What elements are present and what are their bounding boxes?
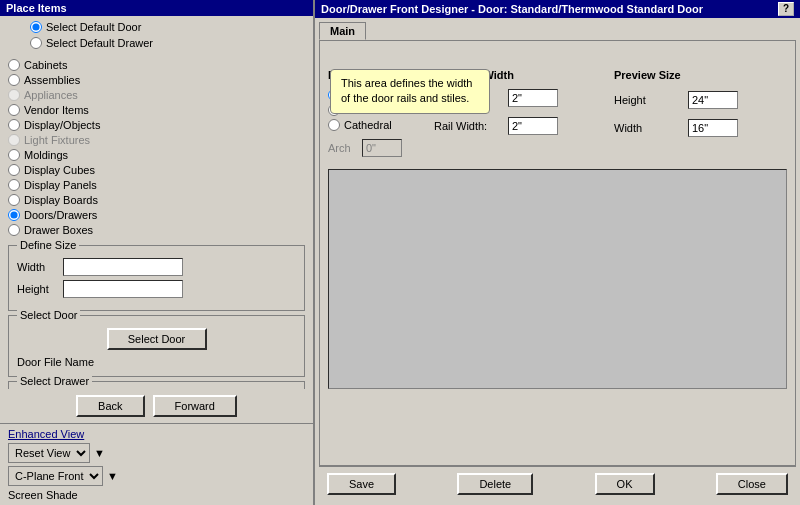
ok-button[interactable]: OK (595, 473, 655, 495)
select-default-drawer-radio[interactable] (30, 37, 42, 49)
right-title-bar: Door/Drawer Front Designer - Door: Stand… (315, 0, 800, 18)
right-panel: Door/Drawer Front Designer - Door: Stand… (315, 0, 800, 505)
define-size-group: Define Size Width Height (8, 245, 305, 311)
moldings-label: Moldings (24, 149, 68, 161)
height-row: Height (17, 280, 296, 298)
rail-width-input[interactable] (508, 117, 558, 135)
select-default-drawer-label: Select Default Drawer (46, 37, 153, 49)
preview-size-title: Preview Size (614, 69, 738, 81)
height-label: Height (17, 283, 57, 295)
cplane-arrow-icon: ▼ (107, 470, 118, 482)
display-objects-radio[interactable] (8, 119, 20, 131)
select-door-button[interactable]: Select Door (107, 328, 207, 350)
appliances-label: Appliances (24, 89, 78, 101)
item-assemblies: Assemblies (8, 73, 305, 87)
cabinets-radio[interactable] (8, 59, 20, 71)
back-button[interactable]: Back (76, 395, 144, 417)
rail-width-label: Rail Width: (434, 120, 504, 132)
display-panels-radio[interactable] (8, 179, 20, 191)
define-size-title: Define Size (17, 239, 79, 251)
moldings-radio[interactable] (8, 149, 20, 161)
form-area: This area defines the width of the door … (319, 40, 796, 466)
door-file-name-label: Door File Name (17, 356, 296, 368)
tabs-row: Main (319, 22, 796, 40)
preview-size-col: Preview Size Height Width (614, 69, 738, 157)
cplane-dropdown[interactable]: C-Plane Front (8, 466, 103, 486)
screen-shade-label: Screen Shade (8, 489, 305, 501)
enhanced-view-link[interactable]: Enhanced View (8, 428, 305, 440)
doors-drawers-label: Doors/Drawers (24, 209, 97, 221)
select-default-door-radio[interactable] (30, 21, 42, 33)
right-content: Main This area defines the width of the … (315, 18, 800, 505)
tooltip-box: This area defines the width of the door … (330, 69, 490, 114)
select-default-drawer-item: Select Default Drawer (30, 36, 305, 50)
item-light-fixtures: Light Fixtures (8, 133, 305, 147)
preview-area (328, 169, 787, 389)
select-drawer-title: Select Drawer (17, 375, 92, 387)
arch-input[interactable] (362, 139, 402, 157)
door-type-cathedral-item: Cathedral (328, 119, 402, 131)
preview-height-label: Height (614, 94, 684, 106)
item-moldings: Moldings (8, 148, 305, 162)
item-vendor-items: Vendor Items (8, 103, 305, 117)
item-display-cubes: Display Cubes (8, 163, 305, 177)
drawer-boxes-label: Drawer Boxes (24, 224, 93, 236)
display-cubes-label: Display Cubes (24, 164, 95, 176)
tab-main[interactable]: Main (319, 22, 366, 40)
width-input[interactable] (63, 258, 183, 276)
drawer-boxes-radio[interactable] (8, 224, 20, 236)
light-fixtures-radio (8, 134, 20, 146)
doors-drawers-radio[interactable] (8, 209, 20, 221)
select-drawer-group: Select Drawer Select Drawer Drawer File … (8, 381, 305, 389)
item-display-boards: Display Boards (8, 193, 305, 207)
left-panel-title: Place Items (0, 0, 313, 16)
item-display-objects: Display/Objects (8, 118, 305, 132)
select-default-door-item: Select Default Door (30, 20, 305, 34)
display-boards-label: Display Boards (24, 194, 98, 206)
door-type-cathedral-label: Cathedral (344, 119, 392, 131)
preview-height-input[interactable] (688, 91, 738, 109)
default-selectors: Select Default Door Select Default Drawe… (0, 16, 313, 54)
select-door-title: Select Door (17, 309, 80, 321)
help-button[interactable]: ? (778, 2, 794, 16)
bottom-area: Enhanced View Reset View ▼ C-Plane Front… (0, 423, 313, 505)
display-boards-radio[interactable] (8, 194, 20, 206)
bottom-nav-buttons: Back Forward (0, 389, 313, 423)
assemblies-radio[interactable] (8, 74, 20, 86)
action-buttons: Save Delete OK Close (319, 466, 796, 501)
display-panels-label: Display Panels (24, 179, 97, 191)
display-objects-label: Display/Objects (24, 119, 100, 131)
item-appliances: Appliances (8, 88, 305, 102)
appliances-radio (8, 89, 20, 101)
reset-view-row: Reset View ▼ (8, 443, 305, 463)
light-fixtures-label: Light Fixtures (24, 134, 90, 146)
save-button[interactable]: Save (327, 473, 396, 495)
rail-width-row: Rail Width: (434, 117, 558, 135)
left-panel: Place Items Select Default Door Select D… (0, 0, 315, 505)
arch-label: Arch (328, 142, 358, 154)
delete-button[interactable]: Delete (457, 473, 533, 495)
vendor-items-radio[interactable] (8, 104, 20, 116)
item-doors-drawers: Doors/Drawers (8, 208, 305, 222)
place-items-list: Cabinets Assemblies Appliances Vendor It… (0, 54, 313, 241)
display-cubes-radio[interactable] (8, 164, 20, 176)
door-type-cathedral-radio[interactable] (328, 119, 340, 131)
stile-width-input[interactable] (508, 89, 558, 107)
cabinets-label: Cabinets (24, 59, 67, 71)
close-button[interactable]: Close (716, 473, 788, 495)
vendor-items-label: Vendor Items (24, 104, 89, 116)
arch-row: Arch (328, 139, 402, 157)
item-cabinets: Cabinets (8, 58, 305, 72)
forward-button[interactable]: Forward (153, 395, 237, 417)
select-default-door-label: Select Default Door (46, 21, 141, 33)
preview-width-row: Width (614, 119, 738, 137)
height-input[interactable] (63, 280, 183, 298)
tooltip-text: This area defines the width of the door … (341, 77, 472, 104)
right-panel-title: Door/Drawer Front Designer - Door: Stand… (321, 3, 703, 15)
preview-width-input[interactable] (688, 119, 738, 137)
reset-view-dropdown[interactable]: Reset View (8, 443, 90, 463)
preview-width-label: Width (614, 122, 684, 134)
item-display-panels: Display Panels (8, 178, 305, 192)
assemblies-label: Assemblies (24, 74, 80, 86)
item-drawer-boxes: Drawer Boxes (8, 223, 305, 237)
